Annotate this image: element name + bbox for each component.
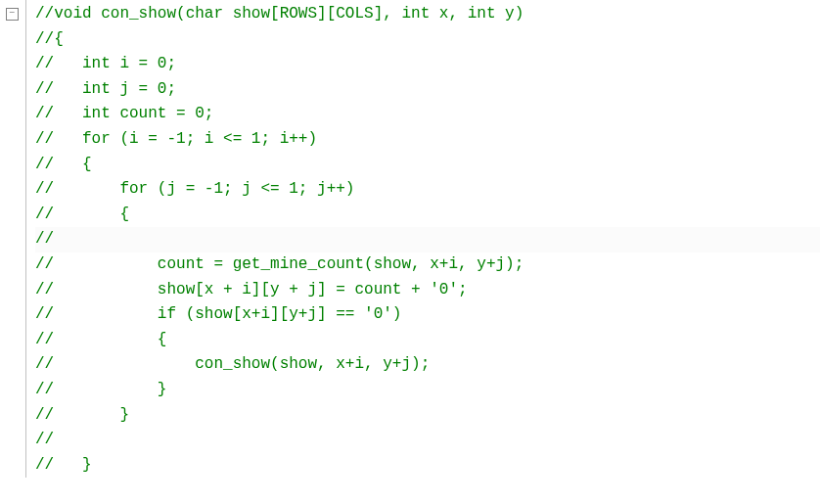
code-token: // int i = 0;: [35, 55, 176, 72]
code-token: // }: [35, 456, 92, 474]
code-line[interactable]: //: [35, 227, 820, 252]
code-token: // int j = 0;: [35, 80, 176, 98]
code-token: // for (i = -1; i <= 1; i++): [35, 130, 317, 148]
code-token: // count = get_mine_count(show, x+i, y+j…: [35, 255, 524, 273]
code-token: // {: [35, 156, 92, 173]
code-line[interactable]: // if (show[x+i][y+j] == '0'): [35, 302, 820, 328]
code-line[interactable]: // show[x + i][y + j] = count + '0';: [35, 278, 820, 303]
code-line[interactable]: // int j = 0;: [35, 77, 820, 103]
code-token: //{: [35, 30, 64, 48]
fold-guide: [23, 0, 35, 478]
code-token: // }: [35, 406, 129, 424]
code-line[interactable]: // {: [35, 203, 820, 228]
code-editor[interactable]: − //void con_show(char show[ROWS][COLS],…: [0, 0, 820, 478]
code-line[interactable]: //void con_show(char show[ROWS][COLS], i…: [35, 2, 820, 27]
code-line[interactable]: // con_show(show, x+i, y+j);: [35, 352, 820, 378]
code-token: // {: [35, 206, 129, 223]
code-token: // }: [35, 381, 166, 398]
code-token: //void con_show(char show[ROWS][COLS], i…: [35, 5, 524, 23]
code-line[interactable]: // int count = 0;: [35, 102, 820, 127]
code-area[interactable]: //void con_show(char show[ROWS][COLS], i…: [35, 0, 820, 478]
code-line[interactable]: // for (j = -1; j <= 1; j++): [35, 177, 820, 203]
code-token: // int count = 0;: [35, 105, 213, 122]
code-line[interactable]: // for (i = -1; i <= 1; i++): [35, 127, 820, 153]
code-token: // for (j = -1; j <= 1; j++): [35, 180, 354, 198]
code-token: // if (show[x+i][y+j] == '0'): [35, 305, 401, 323]
code-token: // con_show(show, x+i, y+j);: [35, 355, 430, 373]
code-line[interactable]: // }: [35, 453, 820, 479]
code-token: // show[x + i][y + j] = count + '0';: [35, 281, 468, 298]
code-line[interactable]: // {: [35, 153, 820, 178]
code-line[interactable]: // }: [35, 378, 820, 403]
code-token: //: [35, 230, 54, 248]
code-token: //: [35, 431, 54, 448]
fold-toggle-icon[interactable]: −: [6, 8, 19, 21]
code-token: // {: [35, 331, 166, 348]
code-line[interactable]: // count = get_mine_count(show, x+i, y+j…: [35, 252, 820, 278]
code-line[interactable]: //: [35, 428, 820, 453]
code-line[interactable]: // int i = 0;: [35, 52, 820, 77]
code-line[interactable]: // }: [35, 403, 820, 429]
code-line[interactable]: //{: [35, 27, 820, 53]
code-line[interactable]: // {: [35, 328, 820, 353]
gutter: −: [0, 0, 23, 478]
